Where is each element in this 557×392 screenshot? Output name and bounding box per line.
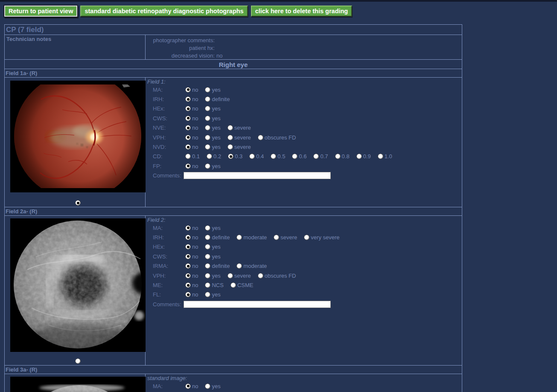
grayscale-angiogram-photo-field2[interactable] <box>10 218 146 352</box>
grayscale-fundus-photo-field3[interactable] <box>10 377 146 392</box>
field3-image-cell <box>5 374 146 392</box>
field2-vph-obscures-fd-radio[interactable] <box>258 273 263 279</box>
field2-hex-row: HEx:noyes <box>147 242 462 252</box>
eye-section-header: Right eye <box>5 60 462 69</box>
field1-cd-0-6-radio[interactable] <box>292 154 297 159</box>
field2-cws-no-option-label: no <box>192 253 198 260</box>
delete-grading-button[interactable]: click here to delete this grading <box>251 6 353 17</box>
field2-comments-input[interactable] <box>184 301 331 308</box>
field1-cd-0-7-option-label: 0.7 <box>320 153 328 160</box>
grading-page: Return to patient view standard diabetic… <box>0 0 557 392</box>
field2-cws-no-radio[interactable] <box>185 254 191 259</box>
field1-cws-yes-radio[interactable] <box>205 116 210 121</box>
field1-vph-obscures-fd-radio[interactable] <box>258 135 263 140</box>
field1-nvd-severe-option-label: severe <box>234 144 251 150</box>
field2-irh-moderate-radio[interactable] <box>236 235 242 240</box>
field1-hex-no-radio[interactable] <box>185 106 191 111</box>
field1-nvd-no-radio[interactable] <box>185 144 191 150</box>
field1-nve-yes-radio[interactable] <box>205 125 210 131</box>
field2-ma-yes-radio[interactable] <box>205 225 210 231</box>
field1-cd-0-3-radio[interactable] <box>228 154 233 159</box>
field2-me-no-radio[interactable] <box>185 282 191 288</box>
decreased-vision-value: no <box>216 52 222 60</box>
field1-image-select-radio[interactable] <box>75 200 81 206</box>
field2-irma-moderate-radio[interactable] <box>236 263 242 269</box>
field2-fl-yes-radio[interactable] <box>205 292 210 297</box>
field1-body-row: Field 1: MA:noyesIRH:nodefiniteHEx:noyes… <box>5 78 462 207</box>
field2-form-title: Field 2: <box>147 217 462 223</box>
color-fundus-photo-field1[interactable] <box>10 81 146 192</box>
field1-ma-yes-radio[interactable] <box>205 87 210 93</box>
field2-me-no-option-label: no <box>192 282 198 288</box>
field1-fp-no-radio[interactable] <box>185 163 191 169</box>
field2-irh-very-severe-radio[interactable] <box>304 235 309 240</box>
field1-cd-0-4-radio[interactable] <box>249 154 255 159</box>
field2-irma-no-radio[interactable] <box>185 263 191 269</box>
field1-cws-row: CWS:noyes <box>147 113 462 123</box>
field2-vph-severe-radio[interactable] <box>227 273 233 279</box>
field1-nve-no-option-label: no <box>192 125 198 131</box>
field1-nvd-severe-radio[interactable] <box>227 144 233 150</box>
field1-irh-no-radio[interactable] <box>185 96 191 102</box>
field2-fl-no-radio[interactable] <box>185 292 191 297</box>
field2-irh-moderate-option-label: moderate <box>243 234 267 241</box>
field2-cws-yes-radio[interactable] <box>205 254 210 259</box>
field2-ma-no-radio[interactable] <box>185 225 191 231</box>
field1-nve-label: NVE: <box>153 125 185 131</box>
field1-cd-0-3-option-label: 0.3 <box>235 153 242 160</box>
field3-form-title: standard image: <box>147 375 462 381</box>
field1-cd-0-2-option-label: 0.2 <box>213 153 221 160</box>
standard-photographs-button[interactable]: standard diabetic retinopathy diagnostic… <box>80 6 248 17</box>
field2-irh-very-severe-option-label: very severe <box>311 234 339 241</box>
field1-fp-yes-radio[interactable] <box>205 163 210 169</box>
field2-vph-yes-radio[interactable] <box>205 273 210 279</box>
field1-hex-yes-radio[interactable] <box>205 106 210 111</box>
field1-cd-1-0-radio[interactable] <box>378 154 383 159</box>
field3-ma-no-radio[interactable] <box>185 383 191 389</box>
field1-vph-yes-radio[interactable] <box>205 135 210 140</box>
field2-irh-no-radio[interactable] <box>185 235 191 240</box>
field1-nve-row: NVE:noyessevere <box>147 123 462 133</box>
field2-me-ncs-radio[interactable] <box>205 282 210 288</box>
field1-form-cell: Field 1: MA:noyesIRH:nodefiniteHEx:noyes… <box>146 78 462 207</box>
field1-cd-0-5-radio[interactable] <box>271 154 276 159</box>
field2-irma-moderate-option-label: moderate <box>243 263 267 269</box>
field2-hex-yes-radio[interactable] <box>205 244 210 250</box>
field3-grading-rows: MA:noyes <box>147 381 462 391</box>
field2-vph-no-radio[interactable] <box>185 273 191 279</box>
return-to-patient-view-button[interactable]: Return to patient view <box>4 6 77 17</box>
field1-nvd-yes-radio[interactable] <box>205 144 210 150</box>
field1-cd-0-9-radio[interactable] <box>356 154 362 159</box>
field1-vph-label: VPH: <box>153 134 185 141</box>
field3-header-row: Field 3a- (R) <box>5 366 462 374</box>
field2-hex-no-radio[interactable] <box>185 244 191 250</box>
field1-cd-0-7-radio[interactable] <box>313 154 319 159</box>
field2-image-select-radio[interactable] <box>75 358 81 364</box>
eye-section-title: Right eye <box>219 61 248 68</box>
field3-ma-yes-radio[interactable] <box>205 383 210 389</box>
field2-irma-definite-radio[interactable] <box>205 263 210 269</box>
field2-irh-definite-radio[interactable] <box>205 235 210 240</box>
field2-irh-severe-radio[interactable] <box>274 235 279 240</box>
field1-ma-no-option-label: no <box>192 87 198 93</box>
field1-ma-no-radio[interactable] <box>185 87 191 93</box>
field1-nve-severe-radio[interactable] <box>227 125 233 131</box>
field1-cd-0-2-radio[interactable] <box>207 154 212 159</box>
field3-ma-row: MA:noyes <box>147 381 462 391</box>
field2-ma-no-option-label: no <box>192 225 198 231</box>
field1-irh-definite-radio[interactable] <box>205 96 210 102</box>
field1-cws-no-radio[interactable] <box>185 116 191 121</box>
field2-header-label: Field 2a- (R) <box>6 208 37 215</box>
field1-cd-0-8-radio[interactable] <box>335 154 341 159</box>
field1-cd-0-1-radio[interactable] <box>185 154 191 159</box>
field1-fp-yes-option-label: yes <box>212 163 220 169</box>
technician-notes-cell: Technician notes <box>5 35 146 59</box>
field1-cws-yes-option-label: yes <box>212 115 220 122</box>
field1-nve-no-radio[interactable] <box>185 125 191 131</box>
field2-me-csme-radio[interactable] <box>230 282 236 288</box>
field1-vph-no-radio[interactable] <box>185 135 191 140</box>
field2-vph-no-option-label: no <box>192 273 198 279</box>
field1-vph-severe-radio[interactable] <box>227 135 233 140</box>
field2-me-row: ME:noNCSCSME <box>147 280 462 290</box>
field1-comments-input[interactable] <box>184 172 331 179</box>
